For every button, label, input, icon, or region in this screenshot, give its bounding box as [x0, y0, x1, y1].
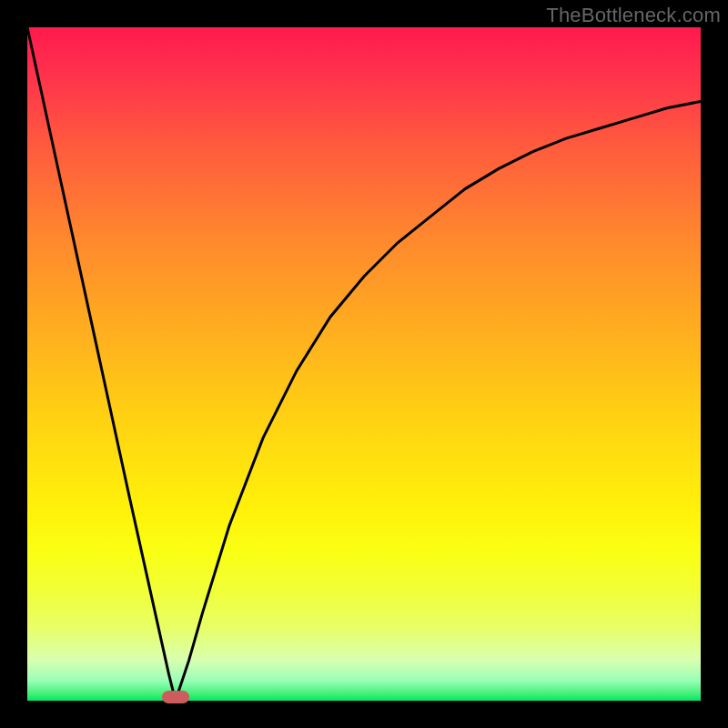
curve-right-branch — [176, 101, 701, 701]
minimum-marker — [162, 691, 189, 703]
watermark-text: TheBottleneck.com — [546, 4, 721, 27]
plot-area — [27, 27, 701, 701]
chart-frame: TheBottleneck.com — [0, 0, 728, 728]
curve-layer — [27, 27, 701, 701]
curve-left-branch — [27, 27, 176, 701]
